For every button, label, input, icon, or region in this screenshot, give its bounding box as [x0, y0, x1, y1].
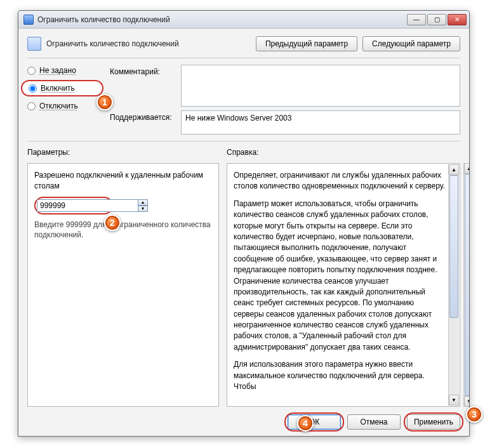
- dialog-window: Ограничить количество подключений — ▢ ✕ …: [18, 10, 470, 437]
- close-button[interactable]: ✕: [448, 14, 467, 25]
- spinner-down[interactable]: ▼: [138, 206, 148, 212]
- scroll-track[interactable]: [449, 175, 459, 395]
- radio-enabled-input[interactable]: [29, 84, 37, 93]
- ok-button[interactable]: ОК: [288, 414, 341, 430]
- supported-row: Поддерживается: Не ниже Windows Server 2…: [110, 110, 460, 135]
- param-hint: Введите 999999 для неограниченного колич…: [34, 220, 212, 241]
- radio-not-configured-input[interactable]: [27, 67, 36, 75]
- radio-disabled[interactable]: Отключить: [27, 102, 103, 110]
- comment-textarea[interactable]: [181, 65, 460, 107]
- outer-scroll-down[interactable]: ▼: [464, 396, 469, 407]
- radio-enabled[interactable]: Включить: [21, 80, 103, 96]
- separator-2: [27, 141, 460, 142]
- radio-not-configured[interactable]: Не задано: [27, 66, 103, 75]
- scroll-up-icon[interactable]: ▲: [449, 164, 459, 175]
- cancel-button[interactable]: Отмена: [347, 414, 401, 430]
- param-label: Разрешено подключений к удаленным рабочи…: [34, 170, 212, 192]
- policy-icon: [27, 37, 41, 51]
- comment-label: Комментарий:: [110, 65, 176, 76]
- state-radios: Не задано Включить Отключить: [27, 65, 103, 135]
- outer-scroll-up[interactable]: ▲: [464, 163, 469, 174]
- titlebar: Ограничить количество подключений — ▢ ✕: [18, 11, 469, 29]
- minimize-button[interactable]: —: [407, 14, 426, 25]
- separator: [27, 58, 460, 58]
- help-header: Справка:: [227, 148, 460, 157]
- window-title: Ограничить количество подключений: [37, 15, 407, 24]
- outer-scrollbar[interactable]: ▲ ▼: [463, 163, 469, 407]
- policy-title: Ограничить количество подключений: [46, 39, 251, 48]
- header-row: Ограничить количество подключений Предыд…: [27, 36, 460, 51]
- comment-row: Комментарий:: [110, 65, 460, 107]
- spinner-up[interactable]: ▲: [138, 199, 148, 206]
- columns-head: Параметры: Справка:: [27, 148, 460, 157]
- panes: Разрешено подключений к удаленным рабочи…: [27, 163, 460, 407]
- scroll-down-icon[interactable]: ▼: [449, 395, 459, 405]
- help-p3: Для использования этого параметра нужно …: [234, 359, 446, 392]
- config-row: Не задано Включить Отключить Комментарий…: [27, 65, 460, 135]
- connections-spinner: ▲ ▼: [34, 197, 113, 214]
- radio-enabled-label: Включить: [41, 84, 75, 93]
- fields-column: Комментарий: Поддерживается: Не ниже Win…: [110, 65, 460, 135]
- outer-scroll-thumb[interactable]: [465, 174, 469, 396]
- panes-wrap: Разрешено подключений к удаленным рабочи…: [27, 163, 460, 407]
- prev-setting-button[interactable]: Предыдущий параметр: [256, 36, 357, 51]
- connections-input[interactable]: [37, 199, 138, 212]
- supported-value: Не ниже Windows Server 2003: [181, 110, 460, 135]
- app-icon: [23, 15, 34, 25]
- help-scrollbar[interactable]: ▲ ▼: [448, 164, 459, 405]
- next-setting-button[interactable]: Следующий параметр: [362, 36, 460, 51]
- help-p1: Определяет, ограничивают ли службы удале…: [234, 170, 446, 192]
- window-buttons: — ▢ ✕: [407, 14, 467, 25]
- radio-not-configured-label: Не задано: [39, 66, 76, 75]
- radio-disabled-label: Отключить: [39, 102, 78, 110]
- maximize-button[interactable]: ▢: [427, 14, 446, 25]
- options-header: Параметры:: [27, 148, 216, 157]
- scroll-thumb[interactable]: [449, 175, 458, 318]
- radio-disabled-input[interactable]: [27, 102, 36, 110]
- help-pane: Определяет, ограничивают ли службы удале…: [227, 163, 460, 407]
- options-pane: Разрешено подключений к удаленным рабочи…: [27, 163, 219, 407]
- supported-label: Поддерживается:: [110, 110, 176, 122]
- spinner-buttons: ▲ ▼: [138, 199, 148, 212]
- content-area: Ограничить количество подключений Предыд…: [18, 29, 469, 436]
- dialog-buttons: ОК Отмена Применить: [27, 413, 460, 430]
- apply-button[interactable]: Применить: [407, 414, 460, 430]
- outer-scroll-track[interactable]: [464, 174, 469, 396]
- help-p2: Параметр может использоваться, чтобы огр…: [234, 199, 446, 353]
